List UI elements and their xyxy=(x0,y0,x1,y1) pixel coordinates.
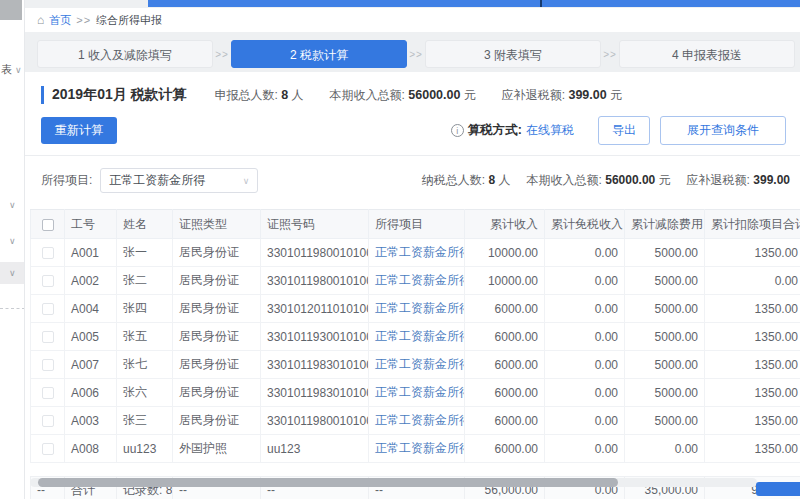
toolbar: 重新计算 i 算税方式: 在线算税 导出 展开查询条件 xyxy=(25,104,800,156)
cell-income: 6000.00 xyxy=(465,295,545,323)
breadcrumb: ⌂ 首页 >> 综合所得申报 xyxy=(25,8,800,32)
stat-label: 应补退税额: xyxy=(502,88,565,102)
col-header-tax-free: 累计免税收入 xyxy=(545,210,625,239)
cell-name: 张五 xyxy=(117,323,173,351)
row-checkbox[interactable] xyxy=(42,303,54,315)
cell-income_item: 正常工资薪金所得 xyxy=(369,379,465,407)
breadcrumb-home-link[interactable]: 首页 xyxy=(49,13,71,28)
sidebar-top-block xyxy=(0,0,22,20)
cell-total_deduct: 1350.00 xyxy=(705,323,800,351)
sidebar-item-partial[interactable]: 表 ∨ xyxy=(1,62,22,77)
page-title: 2019年01月 税款计算 xyxy=(41,86,187,104)
cell-income: 6000.00 xyxy=(465,379,545,407)
summary-value: 56000.00 xyxy=(605,173,655,187)
breadcrumb-current: 综合所得申报 xyxy=(96,13,162,28)
recalculate-button[interactable]: 重新计算 xyxy=(41,117,117,144)
row-select-cell xyxy=(31,379,65,407)
stat-period-income: 本期收入总额: 56000.00 元 xyxy=(330,87,476,104)
scrollbar-thumb[interactable] xyxy=(38,478,618,487)
table-row: A008uu123外国护照uu123正常工资薪金所得6000.000.000.0… xyxy=(31,435,800,463)
chevron-down-icon: ∨ xyxy=(243,176,250,186)
cell-deduction: 5000.00 xyxy=(625,351,705,379)
chevron-down-icon[interactable]: ∨ xyxy=(9,200,16,210)
calc-mode-value[interactable]: 在线算税 xyxy=(526,122,574,139)
cell-doc_no: uu123 xyxy=(261,435,369,463)
stat-tax-due: 应补退税额: 399.00 元 xyxy=(502,87,622,104)
stat-value: 56000.00 xyxy=(408,88,460,102)
sidebar-divider xyxy=(0,308,25,309)
calc-mode: i 算税方式: 在线算税 xyxy=(451,122,574,139)
col-header-deduction: 累计减除费用 xyxy=(625,210,705,239)
cell-tax_free: 0.00 xyxy=(545,407,625,435)
cell-id: A006 xyxy=(65,379,117,407)
cell-name: 张二 xyxy=(117,267,173,295)
top-accent-bar xyxy=(148,0,800,7)
tab-step-3-schedules[interactable]: 3 附表填写 xyxy=(425,40,601,68)
calc-mode-label: 算税方式: xyxy=(468,122,522,139)
tab-step-4-submit[interactable]: 4 申报表报送 xyxy=(619,40,795,68)
cell-income: 6000.00 xyxy=(465,323,545,351)
horizontal-scrollbar[interactable] xyxy=(30,478,757,487)
cell-tax_free: 0.00 xyxy=(545,379,625,407)
table-body: A001张一居民身份证330101198001010011正常工资薪金所得100… xyxy=(31,239,800,463)
cell-deduction: 0.00 xyxy=(625,435,705,463)
cell-deduction: 5000.00 xyxy=(625,295,705,323)
cell-id: A001 xyxy=(65,239,117,267)
floating-widget[interactable] xyxy=(756,482,800,496)
row-checkbox[interactable] xyxy=(42,275,54,287)
cell-deduction: 5000.00 xyxy=(625,407,705,435)
table-row: A004张四居民身份证330101201101010056正常工资薪金所得600… xyxy=(31,295,800,323)
cell-deduction: 5000.00 xyxy=(625,379,705,407)
summary-label: 纳税总人数: xyxy=(422,173,485,187)
stat-label: 申报总人数: xyxy=(215,88,278,102)
summary-value: 8 xyxy=(488,173,495,187)
stat-value: 8 xyxy=(281,88,288,102)
cell-income: 6000.00 xyxy=(465,351,545,379)
row-checkbox[interactable] xyxy=(42,247,54,259)
export-button[interactable]: 导出 xyxy=(598,116,650,145)
col-header-name: 姓名 xyxy=(117,210,173,239)
stat-unit: 元 xyxy=(464,88,476,102)
cell-total_deduct: 1350.00 xyxy=(705,407,800,435)
step-separator: >> xyxy=(407,49,425,60)
stat-value: 399.00 xyxy=(568,88,606,102)
col-header-doc-type: 证照类型 xyxy=(173,210,261,239)
cell-name: 张四 xyxy=(117,295,173,323)
expand-query-button[interactable]: 展开查询条件 xyxy=(660,116,786,145)
row-select-cell xyxy=(31,239,65,267)
cell-total_deduct: 0.00 xyxy=(705,267,800,295)
tab-step-2-tax-calc[interactable]: 2 税款计算 xyxy=(231,40,407,68)
row-checkbox[interactable] xyxy=(42,331,54,343)
stat-unit: 元 xyxy=(610,88,622,102)
main-panel: 2019年01月 税款计算 申报总人数: 8 人 本期收入总额: 56000.0… xyxy=(25,72,800,499)
row-checkbox[interactable] xyxy=(42,415,54,427)
period-header: 2019年01月 税款计算 申报总人数: 8 人 本期收入总额: 56000.0… xyxy=(25,72,800,104)
income-item-select[interactable]: 正常工资薪金所得 ∨ xyxy=(100,168,258,193)
row-checkbox[interactable] xyxy=(42,359,54,371)
col-header-income: 累计收入 xyxy=(465,210,545,239)
cell-income: 6000.00 xyxy=(465,435,545,463)
chevron-down-icon[interactable]: ∨ xyxy=(9,268,16,278)
step-separator: >> xyxy=(601,49,619,60)
tab-step-1-income[interactable]: 1 收入及减除填写 xyxy=(37,40,213,68)
cell-id: A003 xyxy=(65,407,117,435)
cell-total_deduct: 1350.00 xyxy=(705,295,800,323)
cell-doc_type: 居民身份证 xyxy=(173,351,261,379)
cell-income_item: 正常工资薪金所得 xyxy=(369,435,465,463)
cell-doc_type: 居民身份证 xyxy=(173,323,261,351)
topbar-tick xyxy=(540,0,542,7)
cell-income_item: 正常工资薪金所得 xyxy=(369,407,465,435)
table-row: A003张三居民身份证330101198001010054正常工资薪金所得600… xyxy=(31,407,800,435)
cell-doc_type: 外国护照 xyxy=(173,435,261,463)
cell-tax_free: 0.00 xyxy=(545,435,625,463)
cell-tax_free: 0.00 xyxy=(545,323,625,351)
row-checkbox[interactable] xyxy=(42,443,54,455)
chevron-down-icon[interactable]: ∨ xyxy=(9,236,16,246)
col-header-total-deduct: 累计扣除项目合计 xyxy=(705,210,800,239)
cell-doc_type: 居民身份证 xyxy=(173,295,261,323)
info-icon: i xyxy=(451,124,464,137)
select-all-checkbox[interactable] xyxy=(42,219,54,231)
row-checkbox[interactable] xyxy=(42,387,54,399)
filter-row: 所得项目: 正常工资薪金所得 ∨ 纳税总人数: 8 人 本期收入总额: 5600… xyxy=(25,156,800,203)
cell-income_item: 正常工资薪金所得 xyxy=(369,323,465,351)
